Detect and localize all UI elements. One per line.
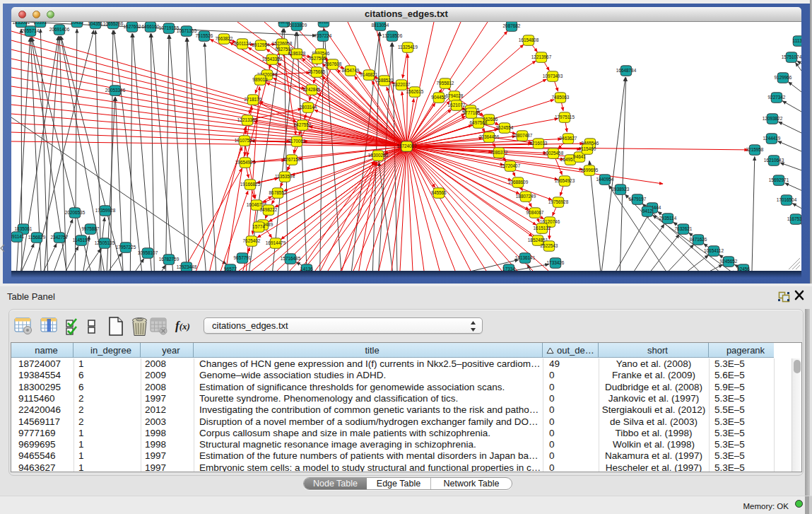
- svg-text:9975887: 9975887: [82, 226, 100, 231]
- svg-text:12093822: 12093822: [763, 116, 783, 121]
- svg-text:20364456: 20364456: [479, 134, 500, 139]
- svg-text:10688609: 10688609: [508, 180, 529, 185]
- svg-text:9227342: 9227342: [768, 95, 786, 100]
- svg-text:9699695: 9699695: [581, 168, 599, 173]
- svg-text:1440954: 1440954: [596, 177, 614, 182]
- svg-text:845566: 845566: [431, 190, 447, 195]
- svg-text:1167533: 1167533: [787, 216, 801, 221]
- svg-text:10958107: 10958107: [138, 250, 158, 255]
- svg-text:8267150: 8267150: [283, 157, 301, 162]
- svg-text:11132: 11132: [793, 38, 801, 43]
- svg-text:15692971: 15692971: [769, 177, 789, 182]
- svg-text:1244419: 1244419: [763, 136, 781, 141]
- svg-text:94641: 94641: [573, 154, 586, 159]
- svg-text:904451: 904451: [431, 95, 447, 100]
- svg-text:12923448: 12923448: [177, 264, 197, 269]
- svg-text:1562615: 1562615: [406, 89, 424, 94]
- svg-text:8678552: 8678552: [269, 190, 287, 195]
- svg-text:2718176: 2718176: [245, 97, 262, 102]
- svg-text:1527602: 1527602: [124, 24, 141, 29]
- svg-text:10107553: 10107553: [235, 138, 255, 143]
- svg-text:8471626: 8471626: [690, 237, 707, 242]
- svg-text:20691406: 20691406: [49, 27, 70, 32]
- svg-text:10543362: 10543362: [262, 57, 283, 62]
- svg-text:10025458: 10025458: [543, 151, 564, 156]
- svg-text:7632621: 7632621: [675, 226, 693, 231]
- svg-text:16914479: 16914479: [266, 240, 286, 245]
- svg-text:10435: 10435: [71, 22, 83, 25]
- svg-text:3675685: 3675685: [308, 69, 326, 74]
- svg-text:16782759: 16782759: [159, 257, 180, 262]
- svg-text:9527505: 9527505: [309, 56, 326, 61]
- svg-text:7086372: 7086372: [490, 150, 508, 155]
- svg-text:18807249: 18807249: [516, 194, 536, 199]
- svg-text:16210643: 16210643: [764, 158, 784, 163]
- svg-text:12213369: 12213369: [237, 117, 258, 122]
- svg-text:7625402: 7625402: [243, 238, 261, 243]
- svg-text:20391: 20391: [34, 22, 47, 25]
- svg-text:1615132: 1615132: [534, 226, 551, 230]
- svg-text:1156829: 1156829: [28, 235, 46, 240]
- svg-text:3624554: 3624554: [496, 125, 514, 130]
- svg-text:7955812: 7955812: [437, 81, 454, 86]
- svg-text:8912: 8912: [319, 22, 329, 24]
- svg-text:11325419: 11325419: [398, 45, 418, 49]
- svg-text:1835061: 1835061: [13, 22, 30, 25]
- svg-text:12213967: 12213967: [531, 54, 552, 59]
- svg-text:19654925: 19654925: [235, 160, 256, 165]
- svg-text:2867608: 2867608: [324, 62, 342, 66]
- svg-text:7515526: 7515526: [196, 33, 213, 38]
- svg-text:18300295: 18300295: [368, 153, 389, 158]
- svg-text:10807487: 10807487: [512, 133, 533, 138]
- svg-text:9242845: 9242845: [303, 87, 321, 92]
- svg-text:2935114: 2935114: [659, 216, 677, 221]
- svg-text:15720407: 15720407: [500, 163, 521, 168]
- svg-text:10655286: 10655286: [103, 22, 124, 26]
- svg-text:15751074: 15751074: [782, 54, 801, 59]
- svg-text:9657791: 9657791: [234, 255, 252, 260]
- svg-text:2342757: 2342757: [51, 235, 69, 240]
- svg-text:989013: 989013: [252, 77, 268, 82]
- svg-text:7485063: 7485063: [552, 95, 570, 100]
- svg-text:7663822: 7663822: [216, 36, 233, 41]
- svg-text:16154808: 16154808: [519, 37, 539, 42]
- svg-text:9129966: 9129966: [775, 75, 792, 80]
- svg-text:104351: 104351: [88, 22, 103, 26]
- svg-text:6497568: 6497568: [470, 120, 488, 125]
- svg-text:9463627: 9463627: [560, 136, 577, 141]
- svg-text:19166825: 19166825: [240, 182, 261, 187]
- svg-text:17016504: 17016504: [777, 197, 797, 202]
- svg-text:391141: 391141: [11, 234, 25, 239]
- svg-text:9777169: 9777169: [463, 110, 481, 115]
- svg-text:19756928: 19756928: [548, 199, 569, 204]
- svg-text:15716485: 15716485: [281, 256, 301, 261]
- svg-text:19654923: 19654923: [555, 178, 575, 183]
- svg-text:2803144: 2803144: [300, 105, 317, 110]
- svg-text:16033809: 16033809: [287, 23, 307, 28]
- svg-text:16648784: 16648784: [616, 68, 637, 73]
- svg-text:17975115: 17975115: [555, 115, 575, 119]
- svg-text:14136141: 14136141: [515, 255, 536, 260]
- svg-text:17957225: 17957225: [116, 245, 136, 250]
- svg-text:6479197: 6479197: [629, 197, 647, 201]
- svg-text:17359928: 17359928: [95, 208, 116, 213]
- svg-text:6794028: 6794028: [446, 93, 464, 98]
- svg-text:1588520: 1588520: [376, 78, 394, 83]
- svg-text:9601124: 9601124: [234, 41, 252, 46]
- svg-text:1835061: 1835061: [15, 226, 33, 231]
- svg-text:9245652: 9245652: [720, 259, 738, 264]
- svg-text:8454749: 8454749: [342, 68, 360, 73]
- svg-text:2087682: 2087682: [503, 23, 521, 28]
- svg-text:8912954: 8912954: [252, 42, 270, 47]
- svg-text:1621072: 1621072: [448, 103, 466, 107]
- svg-text:10654112: 10654112: [704, 248, 724, 253]
- svg-text:13218506: 13218506: [382, 33, 403, 38]
- svg-text:2055714: 2055714: [22, 28, 40, 33]
- svg-text:10671355: 10671355: [177, 28, 197, 33]
- svg-text:5322037: 5322037: [393, 82, 411, 87]
- svg-text:9412: 9412: [642, 209, 653, 214]
- svg-text:3498222: 3498222: [260, 207, 278, 212]
- svg-text:9084067: 9084067: [526, 210, 544, 215]
- svg-text:8186328: 8186328: [288, 51, 306, 56]
- svg-text:20053346: 20053346: [105, 88, 126, 93]
